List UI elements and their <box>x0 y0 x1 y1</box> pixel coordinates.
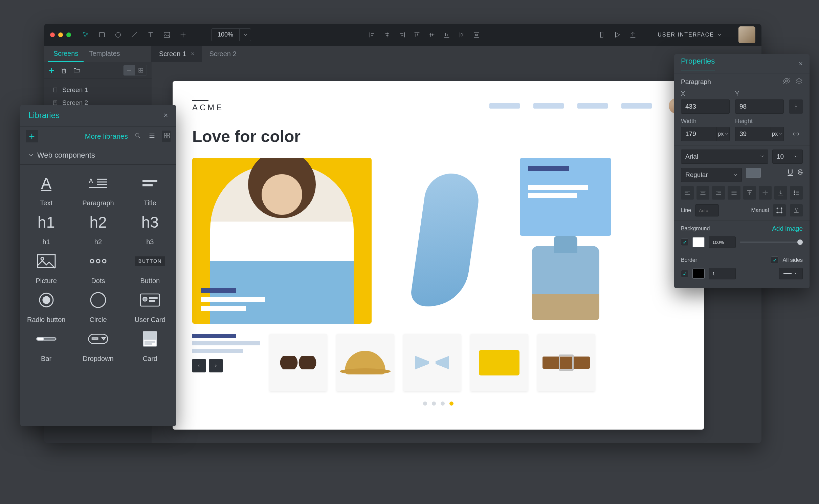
add-screen-button[interactable]: + <box>49 65 54 76</box>
component-title[interactable]: Title <box>124 171 176 207</box>
close-window-icon[interactable] <box>50 32 55 37</box>
background-enabled-checkbox[interactable]: ✓ <box>681 238 688 246</box>
image-tool[interactable] <box>162 30 171 39</box>
text-align-justify-icon[interactable] <box>728 186 740 200</box>
component-dots[interactable]: Dots <box>72 249 124 285</box>
upload-icon[interactable] <box>628 30 637 39</box>
mobile-preview-icon[interactable] <box>597 30 606 39</box>
strikethrough-icon[interactable]: S <box>798 168 803 182</box>
doc-tab-1[interactable]: Screen 1 × <box>152 46 202 62</box>
visibility-toggle-icon[interactable] <box>782 77 791 86</box>
width-input[interactable] <box>681 127 717 141</box>
page-dot-active[interactable] <box>449 402 453 406</box>
design-canvas[interactable]: ACME Love for color <box>173 81 704 430</box>
x-input[interactable] <box>681 99 730 114</box>
height-unit-dropdown[interactable]: px <box>771 127 784 141</box>
background-opacity-input[interactable] <box>709 236 736 248</box>
text-color-swatch[interactable] <box>746 168 761 178</box>
border-style-select[interactable] <box>779 268 803 279</box>
auto-size-icon[interactable] <box>790 204 803 216</box>
line-tool[interactable] <box>130 30 139 39</box>
zoom-dropdown-icon[interactable] <box>239 29 251 41</box>
next-arrow-button[interactable]: › <box>209 359 223 372</box>
width-unit-dropdown[interactable]: px <box>717 127 730 141</box>
component-h1[interactable]: h1h1 <box>20 210 72 246</box>
page-dot[interactable] <box>441 402 445 406</box>
background-color-swatch[interactable] <box>692 237 705 247</box>
align-bottom-icon[interactable] <box>442 30 451 39</box>
component-text[interactable]: AText <box>20 171 72 207</box>
list-view-icon[interactable] <box>148 132 156 141</box>
align-top-icon[interactable] <box>413 30 421 39</box>
font-weight-select[interactable]: Regular <box>681 168 742 182</box>
bounds-icon[interactable] <box>773 204 786 216</box>
distribute-v-icon[interactable] <box>472 30 481 39</box>
text-align-center-icon[interactable] <box>696 186 709 200</box>
ellipse-tool[interactable] <box>114 30 123 39</box>
close-properties-button[interactable]: × <box>799 60 803 68</box>
valign-middle-icon[interactable] <box>759 186 772 200</box>
search-icon[interactable] <box>133 132 142 141</box>
line-auto-input[interactable] <box>695 204 719 216</box>
height-input[interactable] <box>735 127 771 141</box>
rectangle-tool[interactable] <box>97 30 106 39</box>
y-input[interactable] <box>735 99 784 114</box>
align-right-icon[interactable] <box>398 30 406 39</box>
page-dot[interactable] <box>423 402 427 406</box>
prev-arrow-button[interactable]: ‹ <box>192 359 206 372</box>
underline-icon[interactable]: U <box>788 168 793 182</box>
pin-position-button[interactable] <box>789 99 803 114</box>
layers-icon[interactable] <box>795 77 803 86</box>
list-icon[interactable] <box>790 186 803 200</box>
component-h2[interactable]: h2h2 <box>72 210 124 246</box>
text-tool[interactable] <box>146 30 155 39</box>
component-radio[interactable]: Radio button <box>20 288 72 324</box>
valign-top-icon[interactable] <box>743 186 756 200</box>
component-bar[interactable]: Bar <box>20 327 72 363</box>
align-center-h-icon[interactable] <box>383 30 392 39</box>
library-section-header[interactable]: Web components <box>20 146 176 165</box>
zoom-control[interactable]: 100% <box>211 28 251 41</box>
grid-view-icon[interactable] <box>135 65 147 75</box>
add-tool[interactable] <box>179 30 187 39</box>
duplicate-icon[interactable] <box>59 66 68 75</box>
component-dropdown[interactable]: Dropdown <box>72 327 124 363</box>
border-enabled-checkbox[interactable]: ✓ <box>681 270 688 277</box>
component-button[interactable]: BUTTONButton <box>124 249 176 285</box>
play-preview-icon[interactable] <box>613 30 622 39</box>
component-card[interactable]: Card <box>124 327 176 363</box>
font-family-select[interactable]: Arial <box>681 150 768 164</box>
minimize-window-icon[interactable] <box>58 32 63 37</box>
screen-item[interactable]: Screen 1 <box>50 84 146 96</box>
user-avatar[interactable] <box>738 26 755 43</box>
text-align-left-icon[interactable] <box>681 186 694 200</box>
component-h3[interactable]: h3h3 <box>124 210 176 246</box>
view-toggle[interactable] <box>123 65 147 76</box>
component-circle[interactable]: Circle <box>72 288 124 324</box>
align-left-icon[interactable] <box>368 30 377 39</box>
close-tab-icon[interactable]: × <box>191 50 195 58</box>
more-libraries-link[interactable]: More libraries <box>85 132 128 140</box>
border-color-swatch[interactable] <box>692 269 705 279</box>
select-tool[interactable] <box>81 30 90 39</box>
add-image-link[interactable]: Add image <box>772 225 803 232</box>
component-picture[interactable]: Picture <box>20 249 72 285</box>
grid-view-icon[interactable] <box>162 131 171 142</box>
close-libraries-button[interactable]: × <box>163 111 168 120</box>
text-align-right-icon[interactable] <box>712 186 725 200</box>
sidebar-tab-screens[interactable]: Screens <box>48 46 84 62</box>
add-library-button[interactable]: + <box>26 130 38 142</box>
component-paragraph[interactable]: AParagraph <box>72 171 124 207</box>
project-dropdown[interactable]: USER INTERFACE <box>658 32 722 38</box>
sidebar-tab-templates[interactable]: Templates <box>84 46 125 62</box>
folder-icon[interactable] <box>72 66 81 75</box>
align-middle-icon[interactable] <box>427 30 436 39</box>
border-width-input[interactable] <box>709 268 736 279</box>
font-size-select[interactable]: 10 <box>772 150 803 164</box>
page-dot[interactable] <box>432 402 436 406</box>
link-dimensions-button[interactable] <box>789 127 803 141</box>
opacity-slider[interactable] <box>740 242 803 243</box>
valign-bottom-icon[interactable] <box>774 186 787 200</box>
list-view-icon[interactable] <box>124 65 135 75</box>
distribute-h-icon[interactable] <box>457 30 466 39</box>
